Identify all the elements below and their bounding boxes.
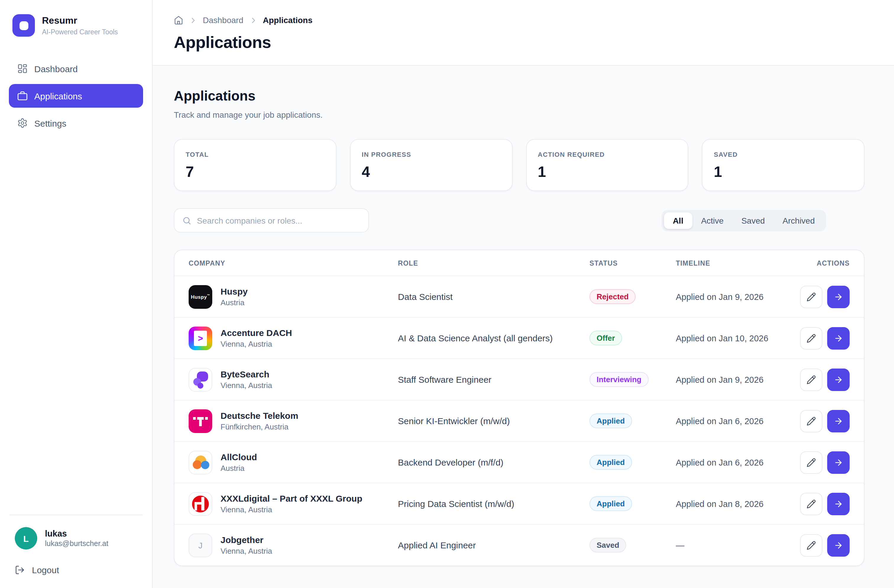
role-cell: AI & Data Science Analyst (all genders) xyxy=(398,333,589,343)
divider xyxy=(9,515,142,515)
table-row[interactable]: Huspy™ Huspy Austria Data Scientist Reje… xyxy=(174,276,864,317)
page-header: Dashboard Applications Applications xyxy=(153,0,894,66)
column-header-company: Company xyxy=(189,259,398,266)
edit-button[interactable] xyxy=(800,493,823,515)
edit-button[interactable] xyxy=(800,286,823,308)
actions-cell xyxy=(800,368,850,391)
edit-button[interactable] xyxy=(800,451,823,473)
status-badge: Applied xyxy=(589,414,632,428)
logout-label: Logout xyxy=(32,565,59,575)
table-row[interactable]: ByteSearch Vienna, Austria Staff Softwar… xyxy=(174,358,864,400)
actions-cell xyxy=(800,534,850,556)
company-location: Vienna, Austria xyxy=(220,547,272,555)
chevron-right-icon xyxy=(249,16,257,24)
table-row[interactable]: XXXLdigital – Part of XXXL Group Vienna,… xyxy=(174,483,864,524)
open-button[interactable] xyxy=(827,410,850,432)
open-button[interactable] xyxy=(827,451,850,473)
timeline-cell: Applied on Jan 10, 2026 xyxy=(676,333,800,343)
section-subtitle: Track and manage your job applications. xyxy=(174,110,864,119)
table-row[interactable]: > Accenture DACH Vienna, Austria AI & Da… xyxy=(174,317,864,358)
status-cell: Rejected xyxy=(589,289,676,304)
open-button[interactable] xyxy=(827,534,850,556)
status-badge: Offer xyxy=(589,331,622,345)
pencil-icon xyxy=(806,333,816,343)
filter-tab-all[interactable]: All xyxy=(664,212,692,229)
column-header-role: Role xyxy=(398,259,589,266)
role-cell: Pricing Data Scientist (m/w/d) xyxy=(398,499,589,509)
stat-label: IN PROGRESS xyxy=(362,151,501,158)
briefcase-icon xyxy=(17,91,28,101)
arrow-right-icon xyxy=(834,540,843,550)
sidebar: Resumr AI-Powered Career Tools Dashboard… xyxy=(0,0,153,588)
page-title: Applications xyxy=(174,33,873,52)
applications-table: Company Role Status Timeline Actions Hus… xyxy=(174,249,864,566)
company-logo-allcloud-icon xyxy=(189,450,212,474)
avatar: L xyxy=(15,527,37,550)
home-icon[interactable] xyxy=(174,15,183,25)
company-cell: XXXLdigital – Part of XXXL Group Vienna,… xyxy=(189,492,398,515)
main-area: Dashboard Applications Applications Appl… xyxy=(153,0,894,588)
role-cell: Applied AI Engineer xyxy=(398,540,589,550)
stat-value: 1 xyxy=(714,163,853,180)
timeline-cell: Applied on Jan 9, 2026 xyxy=(676,292,800,301)
search-input[interactable] xyxy=(197,216,361,225)
timeline-cell: Applied on Jan 8, 2026 xyxy=(676,499,800,508)
stat-card-action-required: ACTION REQUIRED 1 xyxy=(526,139,689,191)
table-row[interactable]: J Jobgether Vienna, Austria Applied AI E… xyxy=(174,524,864,565)
search-box xyxy=(174,208,369,233)
status-badge: Interviewing xyxy=(589,372,649,387)
company-location: Fünfkirchen, Austria xyxy=(220,422,298,431)
dashboard-icon xyxy=(17,63,28,74)
edit-button[interactable] xyxy=(800,410,823,432)
company-logo-jobgether-icon: J xyxy=(189,533,212,557)
arrow-right-icon xyxy=(834,458,843,467)
section-title: Applications xyxy=(174,88,864,104)
stat-value: 4 xyxy=(362,163,501,180)
logout-button[interactable]: Logout xyxy=(9,565,65,575)
user-email: lukas@burtscher.at xyxy=(45,540,108,548)
timeline-cell: Applied on Jan 6, 2026 xyxy=(676,416,800,426)
open-button[interactable] xyxy=(827,327,850,349)
stat-card-total: TOTAL 7 xyxy=(174,139,337,191)
sidebar-item-label: Settings xyxy=(34,118,66,128)
stat-value: 7 xyxy=(186,163,325,180)
user-profile: L lukas lukas@burtscher.at xyxy=(9,527,143,550)
filter-tab-archived[interactable]: Archived xyxy=(774,212,824,229)
breadcrumb-item-dashboard[interactable]: Dashboard xyxy=(203,15,243,25)
company-location: Vienna, Austria xyxy=(220,340,292,348)
company-location: Vienna, Austria xyxy=(220,381,272,390)
edit-button[interactable] xyxy=(800,534,823,556)
edit-button[interactable] xyxy=(800,368,823,391)
company-cell: Huspy™ Huspy Austria xyxy=(189,285,398,308)
company-logo-bytesearch-icon xyxy=(189,368,212,391)
table-header: Company Role Status Timeline Actions xyxy=(174,250,864,276)
app-tagline: AI-Powered Career Tools xyxy=(42,29,118,35)
open-button[interactable] xyxy=(827,368,850,391)
pencil-icon xyxy=(806,292,816,301)
open-button[interactable] xyxy=(827,286,850,308)
filter-tab-saved[interactable]: Saved xyxy=(732,212,774,229)
open-button[interactable] xyxy=(827,493,850,515)
pencil-icon xyxy=(806,458,816,467)
company-name: Jobgether xyxy=(220,535,272,545)
company-location: Austria xyxy=(220,298,248,307)
user-name: lukas xyxy=(45,529,108,538)
search-icon xyxy=(182,216,192,225)
status-cell: Interviewing xyxy=(589,372,676,387)
sidebar-item-dashboard[interactable]: Dashboard xyxy=(9,57,143,80)
status-badge: Rejected xyxy=(589,289,636,304)
breadcrumb: Dashboard Applications xyxy=(174,15,873,25)
stat-label: ACTION REQUIRED xyxy=(538,151,677,158)
table-row[interactable]: Deutsche Telekom Fünfkirchen, Austria Se… xyxy=(174,400,864,441)
sidebar-footer: L lukas lukas@burtscher.at Logout xyxy=(0,515,152,588)
filter-tab-active[interactable]: Active xyxy=(692,212,732,229)
timeline-cell: — xyxy=(676,540,800,550)
sidebar-item-applications[interactable]: Applications xyxy=(9,84,143,108)
edit-button[interactable] xyxy=(800,327,823,349)
stat-card-saved: SAVED 1 xyxy=(702,139,865,191)
table-row[interactable]: AllCloud Austria Backend Developer (m/f/… xyxy=(174,441,864,483)
company-name: ByteSearch xyxy=(220,369,272,379)
sidebar-item-settings[interactable]: Settings xyxy=(9,111,143,135)
actions-cell xyxy=(800,493,850,515)
pencil-icon xyxy=(806,499,816,508)
